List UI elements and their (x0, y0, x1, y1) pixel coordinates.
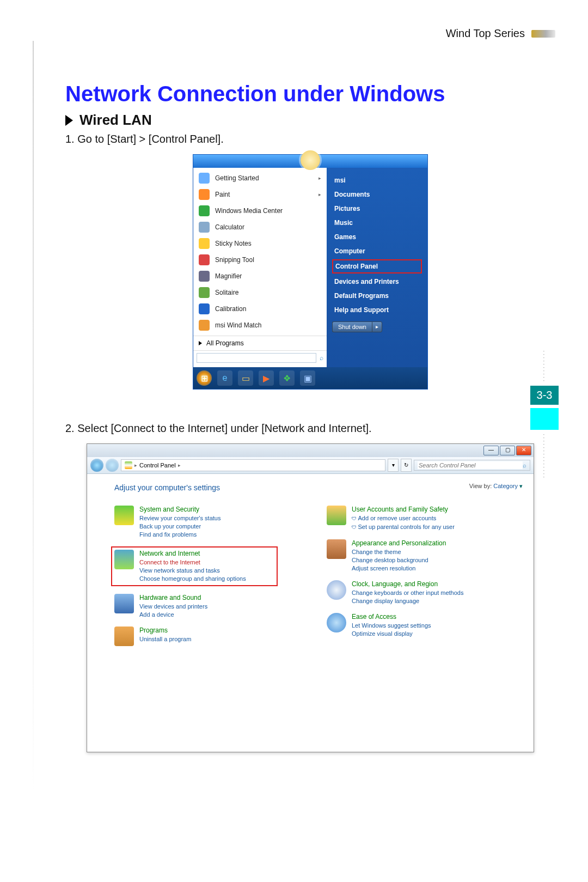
category-link[interactable]: Uninstall a program (139, 635, 191, 643)
back-button[interactable] (90, 459, 103, 472)
shutdown-options-arrow[interactable]: ▸ (372, 321, 382, 332)
view-by: View by: Category ▾ (469, 483, 523, 490)
search-input[interactable] (418, 461, 523, 469)
start-menu-item-label: Magnifier (215, 272, 242, 280)
refresh-button[interactable]: ↻ (401, 459, 412, 472)
category-link[interactable]: Change desktop background (352, 556, 446, 564)
cp-category: Network and InternetConnect to the Inter… (111, 546, 278, 586)
category-link[interactable]: Let Windows suggest settings (352, 622, 431, 630)
navbar: ▸ Control Panel ▸ ▾ ↻ ⌕ (87, 457, 534, 474)
start-menu-right-item[interactable]: Music (327, 216, 427, 230)
start-menu-item[interactable]: Sticky Notes (193, 235, 327, 252)
category-icon (114, 550, 134, 569)
start-menu-right-item[interactable]: Documents (327, 187, 427, 202)
start-menu-right-item[interactable]: Games (327, 230, 427, 244)
category-title[interactable]: User Accounts and Family Safety (352, 506, 455, 513)
start-menu-item[interactable]: Solitaire (193, 284, 327, 301)
user-avatar-icon (301, 150, 320, 170)
start-menu-right-item[interactable]: msi (327, 173, 427, 187)
page-number: 3-3 (530, 386, 559, 405)
category-title[interactable]: Ease of Access (352, 613, 431, 621)
category-title[interactable]: System and Security (139, 506, 220, 513)
start-menu-item[interactable]: Paint▸ (193, 186, 327, 203)
category-title[interactable]: Appearance and Personalization (352, 539, 446, 547)
start-menu-right-item[interactable]: Pictures (327, 202, 427, 216)
start-menu-rightpane: msiDocumentsPicturesMusicGamesComputerCo… (327, 168, 427, 367)
start-menu-item[interactable]: Calibration (193, 301, 327, 317)
category-link[interactable]: Connect to the Internet (139, 558, 246, 567)
start-menu-right-item[interactable]: Help and Support (327, 303, 427, 317)
dropdown-button[interactable]: ▾ (388, 459, 399, 472)
category-title[interactable]: Network and Internet (139, 550, 246, 557)
category-title[interactable]: Hardware and Sound (139, 594, 207, 601)
start-menu-item-label: Snipping Tool (215, 256, 254, 264)
category-link[interactable]: View devices and printers (139, 603, 207, 611)
category-text: System and SecurityReview your computer'… (139, 506, 220, 539)
explorer-icon[interactable]: ▭ (238, 370, 253, 386)
control-panel-icon (125, 461, 132, 469)
category-text: ProgramsUninstall a program (139, 626, 191, 646)
category-icon (114, 594, 134, 613)
chevron-icon: ▸ (178, 463, 181, 468)
category-link[interactable]: View network status and tasks (139, 567, 246, 575)
start-menu-item[interactable]: Calculator (193, 219, 327, 235)
category-title[interactable]: Clock, Language, and Region (352, 580, 463, 588)
submenu-arrow-icon: ▸ (318, 175, 321, 181)
category-title[interactable]: Programs (139, 626, 191, 634)
maximize-button[interactable]: ▢ (500, 446, 515, 455)
start-menu-item[interactable]: Getting Started▸ (193, 170, 327, 186)
category-link[interactable]: Back up your computer (139, 522, 220, 531)
forward-button[interactable] (106, 459, 119, 472)
category-link[interactable]: Optimize visual display (352, 630, 431, 638)
start-menu-item-label: Windows Media Center (215, 207, 283, 215)
category-link[interactable]: Adjust screen resolution (352, 564, 446, 573)
category-link[interactable]: Change display language (352, 597, 463, 605)
view-by-value[interactable]: Category (493, 483, 518, 489)
category-link[interactable]: Add a device (139, 611, 207, 619)
start-menu-item[interactable]: Snipping Tool (193, 252, 327, 268)
media-player-icon[interactable]: ▶ (259, 370, 274, 386)
ie-icon[interactable]: e (217, 370, 232, 386)
category-text: Ease of AccessLet Windows suggest settin… (352, 613, 431, 638)
minimize-button[interactable]: — (483, 446, 499, 455)
category-link[interactable]: Change the theme (352, 548, 446, 556)
category-text: Hardware and SoundView devices and print… (139, 594, 207, 619)
start-menu-item[interactable]: msi Wind Match (193, 317, 327, 333)
cp-category: User Accounts and Family SafetyAdd or re… (327, 506, 523, 532)
start-search-input[interactable] (197, 353, 316, 363)
start-menu-control-panel[interactable]: Control Panel (332, 259, 422, 273)
breadcrumb[interactable]: ▸ Control Panel ▸ (121, 459, 385, 471)
all-programs-label: All Programs (206, 339, 244, 347)
start-menu-item-label: Paint (215, 191, 230, 198)
start-menu-item[interactable]: Windows Media Center (193, 203, 327, 219)
category-text: Appearance and PersonalizationChange the… (352, 539, 446, 573)
category-link[interactable]: Choose homegroup and sharing options (139, 575, 246, 583)
category-text: Clock, Language, and RegionChange keyboa… (352, 580, 463, 605)
all-programs[interactable]: All Programs (193, 336, 327, 350)
start-menu-screenshot: Getting Started▸Paint▸Windows Media Cent… (193, 154, 428, 390)
app-icon[interactable]: ▣ (300, 370, 315, 386)
category-link[interactable]: Set up parental controls for any user (352, 523, 455, 532)
subsection-title: Wired LAN (79, 112, 152, 129)
start-menu-right-item[interactable]: Devices and Printers (327, 275, 427, 289)
adjust-settings-label: Adjust your computer's settings (114, 483, 220, 492)
category-icon (327, 539, 346, 559)
category-link[interactable]: Find and fix problems (139, 531, 220, 539)
arrow-right-icon (65, 115, 73, 126)
page-border (33, 41, 34, 836)
category-link[interactable]: Review your computer's status (139, 514, 220, 522)
category-link[interactable]: Change keyboards or other input methods (352, 589, 463, 597)
close-button[interactable]: ✕ (516, 446, 531, 455)
start-menu-right-item[interactable]: Default Programs (327, 289, 427, 303)
start-menu-right-item[interactable]: Computer (327, 244, 427, 258)
category-link[interactable]: Add or remove user accounts (352, 514, 455, 523)
app-icon (199, 303, 210, 314)
media-center-icon[interactable]: ❖ (279, 370, 295, 386)
shutdown-button[interactable]: Shut down (332, 321, 372, 332)
start-menu-item-label: Solitaire (215, 289, 238, 296)
start-menu-item-label: Getting Started (215, 174, 259, 182)
start-menu-item[interactable]: Magnifier (193, 268, 327, 284)
cp-category: ProgramsUninstall a program (114, 626, 310, 646)
side-accent (530, 408, 559, 430)
start-orb-icon[interactable]: ⊞ (197, 370, 212, 386)
